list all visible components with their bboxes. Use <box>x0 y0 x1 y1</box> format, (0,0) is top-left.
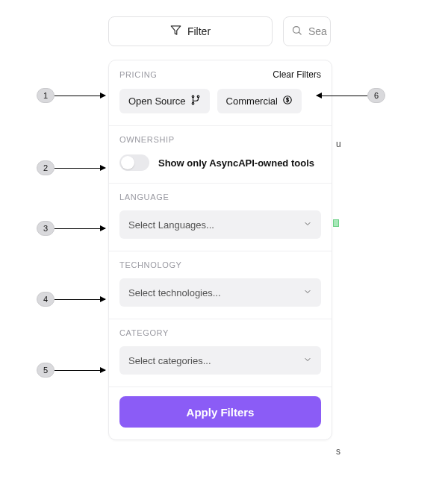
callout-badge: 4 <box>37 292 55 307</box>
callout-badge: 5 <box>37 363 55 378</box>
chevron-down-icon <box>303 355 312 366</box>
filter-button[interactable]: Filter <box>108 16 273 46</box>
pricing-label: PRICING <box>119 70 157 79</box>
technology-select[interactable]: Select technologies... <box>119 278 321 307</box>
ownership-toggle-label: Show only AsyncAPI-owned tools <box>158 157 314 169</box>
clear-filters-link[interactable]: Clear Filters <box>273 69 321 80</box>
filter-button-label: Filter <box>187 25 211 37</box>
apply-filters-button[interactable]: Apply Filters <box>119 396 321 428</box>
language-label: LANGUAGE <box>119 193 169 201</box>
toolbar: Filter <box>108 16 331 46</box>
callout-2: 2 <box>37 160 105 175</box>
callout-5: 5 <box>37 363 105 378</box>
arrow-icon <box>55 370 105 371</box>
pill-label: Commercial <box>226 96 278 107</box>
filter-icon <box>170 25 181 38</box>
callout-badge: 3 <box>37 221 55 236</box>
language-placeholder: Select Languages... <box>128 219 214 231</box>
arrow-icon <box>55 228 105 229</box>
pricing-options: Open Source Commercial <box>119 89 321 113</box>
svg-marker-0 <box>171 26 181 34</box>
svg-line-2 <box>299 32 301 34</box>
section-ownership-head: OWNERSHIP <box>119 135 321 144</box>
technology-placeholder: Select technologies... <box>128 287 221 298</box>
callout-badge: 1 <box>37 88 55 103</box>
section-category: CATEGORY Select categories... <box>109 319 332 387</box>
toggle-knob <box>121 156 134 169</box>
apply-row: Apply Filters <box>109 387 332 439</box>
section-pricing-head: PRICING Clear Filters <box>119 69 321 80</box>
technology-label: TECHNOLOGY <box>119 260 182 269</box>
section-ownership: OWNERSHIP Show only AsyncAPI-owned tools <box>109 126 332 184</box>
ownership-toggle[interactable] <box>119 154 149 171</box>
callout-4: 4 <box>37 292 105 307</box>
stray-highlight <box>333 219 339 227</box>
search-input[interactable] <box>308 25 331 37</box>
stray-text: s <box>336 446 340 457</box>
chevron-down-icon <box>303 219 312 231</box>
section-language-head: LANGUAGE <box>119 193 321 201</box>
stray-text: u <box>336 139 341 149</box>
section-language: LANGUAGE Select Languages... <box>109 184 332 251</box>
dollar-circle-icon <box>282 95 293 107</box>
callout-1: 1 <box>37 88 105 103</box>
category-placeholder: Select categories... <box>128 355 211 366</box>
pricing-open-source-pill[interactable]: Open Source <box>119 89 210 113</box>
arrow-icon <box>55 96 105 96</box>
arrow-icon <box>317 96 367 96</box>
section-pricing: PRICING Clear Filters Open Source Commer… <box>109 60 332 126</box>
apply-button-label: Apply Filters <box>187 406 255 419</box>
category-select[interactable]: Select categories... <box>119 346 321 375</box>
git-branch-icon <box>190 95 201 107</box>
chevron-down-icon <box>303 287 312 298</box>
search-icon <box>291 25 302 39</box>
pill-label: Open Source <box>128 96 186 107</box>
section-category-head: CATEGORY <box>119 328 321 337</box>
search-field-wrap[interactable] <box>283 16 331 46</box>
section-technology-head: TECHNOLOGY <box>119 260 321 269</box>
callout-badge: 2 <box>37 160 55 175</box>
arrow-icon <box>55 299 105 300</box>
pricing-commercial-pill[interactable]: Commercial <box>217 89 302 113</box>
arrow-icon <box>55 168 105 169</box>
callout-3: 3 <box>37 221 105 236</box>
callout-badge: 6 <box>367 88 385 103</box>
callout-6: 6 <box>317 88 385 103</box>
section-technology: TECHNOLOGY Select technologies... <box>109 251 332 319</box>
language-select[interactable]: Select Languages... <box>119 210 321 239</box>
filter-panel: PRICING Clear Filters Open Source Commer… <box>108 60 332 440</box>
category-label: CATEGORY <box>119 328 169 337</box>
ownership-label: OWNERSHIP <box>119 135 175 144</box>
ownership-toggle-row: Show only AsyncAPI-owned tools <box>119 153 321 171</box>
